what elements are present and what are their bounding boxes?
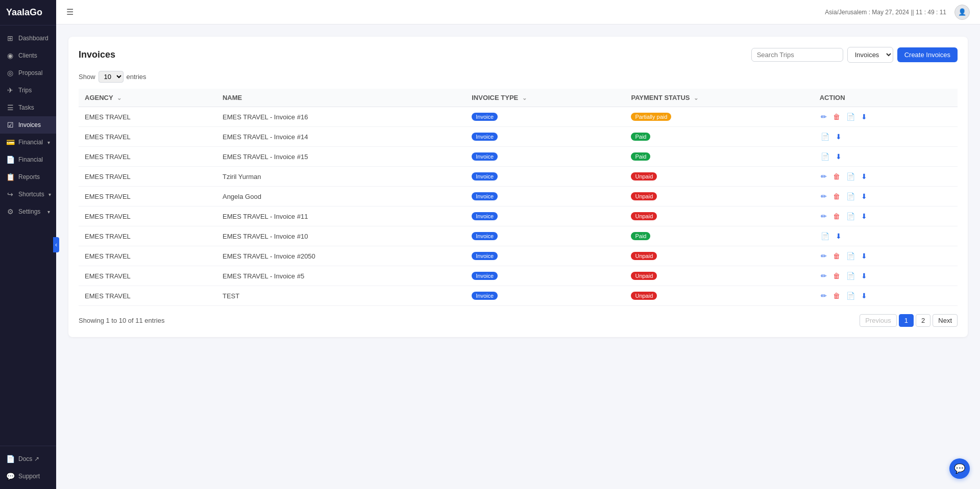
edit-button-1[interactable]: ✏ xyxy=(820,112,828,122)
cell-name-2: EMES TRAVEL - Invoice #14 xyxy=(216,127,465,147)
entries-per-page-select[interactable]: 10 25 50 xyxy=(99,71,124,83)
avatar[interactable]: 👤 xyxy=(954,5,970,20)
copy-button-9[interactable]: 📄 xyxy=(845,271,856,281)
table-row: EMES TRAVEL EMES TRAVEL - Invoice #11 In… xyxy=(79,207,958,226)
invoice-type-badge-3: Invoice xyxy=(472,152,498,161)
download-button-8[interactable]: ⬇ xyxy=(860,251,868,261)
header-right: Asia/Jerusalem : May 27, 2024 || 11 : 49… xyxy=(825,5,970,20)
download-button-2[interactable]: ⬇ xyxy=(835,132,843,142)
previous-button[interactable]: Previous xyxy=(860,314,897,327)
header: ☰ Asia/Jerusalem : May 27, 2024 || 11 : … xyxy=(56,0,980,24)
page-title: Invoices xyxy=(79,49,115,60)
page-1-button[interactable]: 1 xyxy=(899,314,914,327)
delete-button-10[interactable]: 🗑 xyxy=(832,291,841,301)
delete-button-4[interactable]: 🗑 xyxy=(832,171,841,182)
create-invoices-button[interactable]: Create Invoices xyxy=(897,47,958,62)
next-button[interactable]: Next xyxy=(933,314,958,327)
sidebar-collapse-button[interactable]: ‹ xyxy=(53,237,59,252)
payment-status-badge-6: Unpaid xyxy=(631,212,657,220)
edit-button-10[interactable]: ✏ xyxy=(820,291,828,301)
cell-invoice-type-9: Invoice xyxy=(465,266,625,286)
delete-button-5[interactable]: 🗑 xyxy=(832,191,841,201)
download-button-1[interactable]: ⬇ xyxy=(860,112,868,122)
delete-button-6[interactable]: 🗑 xyxy=(832,211,841,221)
download-button-5[interactable]: ⬇ xyxy=(860,191,868,201)
sidebar-item-financial2[interactable]: 📄 Financial xyxy=(0,151,56,168)
sidebar-item-trips[interactable]: ✈ Trips xyxy=(0,82,56,99)
edit-button-9[interactable]: ✏ xyxy=(820,271,828,281)
delete-button-9[interactable]: 🗑 xyxy=(832,271,841,281)
copy-button-10[interactable]: 📄 xyxy=(845,291,856,301)
payment-status-badge-7: Paid xyxy=(631,232,650,240)
cell-invoice-type-6: Invoice xyxy=(465,207,625,226)
sidebar-item-support[interactable]: 💬 Support xyxy=(0,468,56,485)
download-button-10[interactable]: ⬇ xyxy=(860,291,868,301)
sidebar: YaalaGo ⊞ Dashboard ◉ Clients ◎ Proposal… xyxy=(0,0,56,489)
invoice-type-badge-2: Invoice xyxy=(472,133,498,141)
copy-button-3[interactable]: 📄 xyxy=(820,151,830,162)
proposal-icon: ◎ xyxy=(6,69,14,77)
cell-action-9: ✏ 🗑 📄 ⬇ xyxy=(814,266,958,286)
tasks-icon: ☰ xyxy=(6,104,14,112)
download-button-4[interactable]: ⬇ xyxy=(860,171,868,182)
edit-button-6[interactable]: ✏ xyxy=(820,211,828,221)
sidebar-item-proposal[interactable]: ◎ Proposal xyxy=(0,64,56,82)
payment-status-sort-icon[interactable]: ⌄ xyxy=(694,95,698,101)
avatar-icon: 👤 xyxy=(958,8,966,16)
logo-text: YaalaGo xyxy=(6,7,42,18)
sidebar-item-clients[interactable]: ◉ Clients xyxy=(0,47,56,64)
copy-button-1[interactable]: 📄 xyxy=(845,112,856,122)
sidebar-item-reports[interactable]: 📋 Reports xyxy=(0,168,56,186)
page-2-button[interactable]: 2 xyxy=(916,314,930,327)
sidebar-item-dashboard[interactable]: ⊞ Dashboard xyxy=(0,30,56,47)
sidebar-item-docs[interactable]: 📄 Docs ↗ xyxy=(0,450,56,468)
delete-button-8[interactable]: 🗑 xyxy=(832,251,841,261)
edit-button-5[interactable]: ✏ xyxy=(820,191,828,201)
download-button-3[interactable]: ⬇ xyxy=(835,151,843,162)
copy-button-8[interactable]: 📄 xyxy=(845,251,856,261)
copy-button-4[interactable]: 📄 xyxy=(845,171,856,182)
copy-button-2[interactable]: 📄 xyxy=(820,132,830,142)
copy-button-6[interactable]: 📄 xyxy=(845,211,856,221)
download-button-9[interactable]: ⬇ xyxy=(860,271,868,281)
chat-icon: 💬 xyxy=(954,463,965,474)
invoices-table-wrap: AGENCY ⌄ NAME INVOICE TYPE ⌄ PAYMENT STA… xyxy=(79,89,958,306)
delete-button-1[interactable]: 🗑 xyxy=(832,112,841,122)
sidebar-label-financial: Financial xyxy=(18,139,43,146)
shortcuts-chevron-icon: ▾ xyxy=(48,192,51,197)
cell-agency-9: EMES TRAVEL xyxy=(79,266,216,286)
invoices-type-dropdown[interactable]: Invoices xyxy=(847,47,893,63)
copy-button-7[interactable]: 📄 xyxy=(820,231,830,241)
menu-toggle-button[interactable]: ☰ xyxy=(66,7,74,17)
action-icons-8: ✏ 🗑 📄 ⬇ xyxy=(820,251,951,261)
invoice-type-sort-icon[interactable]: ⌄ xyxy=(522,95,527,101)
support-icon: 💬 xyxy=(6,472,14,480)
agency-sort-icon[interactable]: ⌄ xyxy=(117,95,121,101)
sidebar-item-invoices[interactable]: ☑ Invoices xyxy=(0,116,56,134)
search-input[interactable] xyxy=(751,48,843,62)
page-content: Invoices Invoices Create Invoices Show 1… xyxy=(56,24,980,489)
sidebar-item-financial[interactable]: 💳 Financial ▾ xyxy=(0,134,56,151)
download-button-7[interactable]: ⬇ xyxy=(835,231,843,241)
sidebar-item-settings[interactable]: ⚙ Settings ▾ xyxy=(0,203,56,220)
sidebar-item-shortcuts[interactable]: ↪ Shortcuts ▾ xyxy=(0,186,56,203)
cell-action-1: ✏ 🗑 📄 ⬇ xyxy=(814,107,958,127)
invoice-type-badge-7: Invoice xyxy=(472,232,498,240)
table-head: AGENCY ⌄ NAME INVOICE TYPE ⌄ PAYMENT STA… xyxy=(79,89,958,107)
action-icons-7: 📄 ⬇ xyxy=(820,231,951,241)
sidebar-label-dashboard: Dashboard xyxy=(18,35,50,42)
edit-button-4[interactable]: ✏ xyxy=(820,171,828,182)
table-footer: Showing 1 to 10 of 11 entries Previous 1… xyxy=(79,314,958,327)
cell-name-1: EMES TRAVEL - Invoice #16 xyxy=(216,107,465,127)
edit-button-8[interactable]: ✏ xyxy=(820,251,828,261)
cell-payment-status-8: Unpaid xyxy=(625,246,813,266)
cell-agency-4: EMES TRAVEL xyxy=(79,167,216,187)
cell-agency-3: EMES TRAVEL xyxy=(79,147,216,167)
support-chat-button[interactable]: 💬 xyxy=(949,458,970,479)
copy-button-5[interactable]: 📄 xyxy=(845,191,856,201)
col-action: ACTION xyxy=(814,89,958,107)
action-icons-5: ✏ 🗑 📄 ⬇ xyxy=(820,191,951,201)
cell-agency-8: EMES TRAVEL xyxy=(79,246,216,266)
sidebar-item-tasks[interactable]: ☰ Tasks xyxy=(0,99,56,116)
download-button-6[interactable]: ⬇ xyxy=(860,211,868,221)
